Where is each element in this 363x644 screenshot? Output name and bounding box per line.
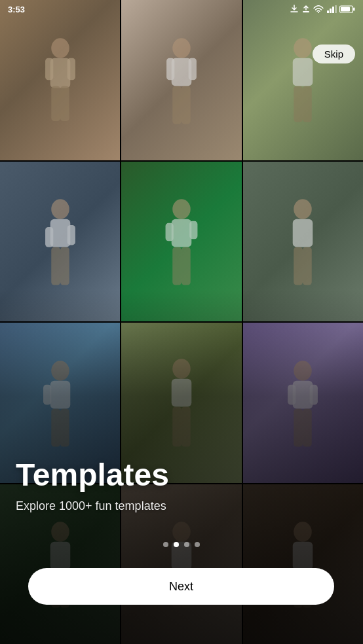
svg-rect-31 [303, 247, 312, 285]
svg-rect-62 [330, 9, 332, 13]
svg-rect-18 [45, 227, 53, 247]
time-label: 3:53 [8, 5, 25, 14]
svg-rect-5 [60, 86, 69, 120]
svg-rect-9 [189, 58, 197, 80]
svg-rect-29 [293, 219, 313, 247]
svg-rect-20 [51, 247, 60, 285]
svg-point-60 [318, 12, 319, 13]
svg-point-16 [51, 200, 69, 220]
svg-rect-14 [294, 86, 303, 122]
status-time: 3:53 [8, 5, 25, 14]
wifi-icon [313, 5, 324, 13]
svg-rect-2 [45, 58, 53, 80]
grid-cell-1 [0, 0, 120, 160]
status-icons [290, 5, 355, 14]
dot-4 [195, 542, 200, 547]
next-button[interactable]: Next [28, 568, 334, 605]
dot-3 [184, 542, 189, 547]
svg-point-0 [51, 38, 69, 58]
svg-rect-13 [293, 58, 313, 86]
svg-point-6 [172, 38, 190, 58]
dot-2 [174, 542, 179, 547]
svg-rect-19 [67, 225, 75, 245]
skip-button[interactable]: Skip [313, 45, 355, 63]
svg-rect-27 [182, 247, 191, 285]
svg-point-28 [294, 200, 312, 220]
grid-cell-3 [243, 0, 363, 160]
grid-cell-2 [121, 0, 241, 160]
svg-rect-3 [67, 58, 75, 80]
download-icon [290, 5, 299, 14]
svg-rect-21 [60, 247, 69, 285]
svg-rect-67 [353, 8, 355, 11]
status-bar: 3:53 [0, 0, 363, 18]
page-dots [163, 542, 200, 547]
main-title: Templates [16, 458, 347, 493]
svg-rect-26 [172, 247, 182, 285]
upload-icon [301, 5, 311, 14]
svg-rect-25 [189, 221, 197, 239]
svg-rect-8 [166, 58, 174, 80]
svg-rect-30 [294, 247, 303, 285]
svg-rect-63 [332, 7, 334, 13]
svg-rect-64 [335, 5, 337, 13]
svg-point-22 [172, 200, 190, 220]
svg-rect-15 [303, 86, 312, 122]
svg-rect-24 [166, 223, 174, 241]
svg-rect-66 [341, 7, 350, 12]
svg-rect-4 [51, 86, 60, 120]
svg-rect-59 [303, 11, 309, 12]
svg-rect-23 [172, 219, 192, 247]
svg-point-12 [294, 38, 312, 58]
svg-rect-10 [172, 86, 182, 124]
svg-rect-61 [327, 10, 329, 13]
text-content-area: Templates Explore 1000+ fun templates [0, 458, 363, 513]
svg-rect-11 [182, 86, 191, 124]
signal-icon [326, 5, 337, 13]
battery-icon [339, 5, 355, 13]
dot-1 [163, 542, 168, 547]
subtitle: Explore 1000+ fun templates [16, 499, 347, 513]
